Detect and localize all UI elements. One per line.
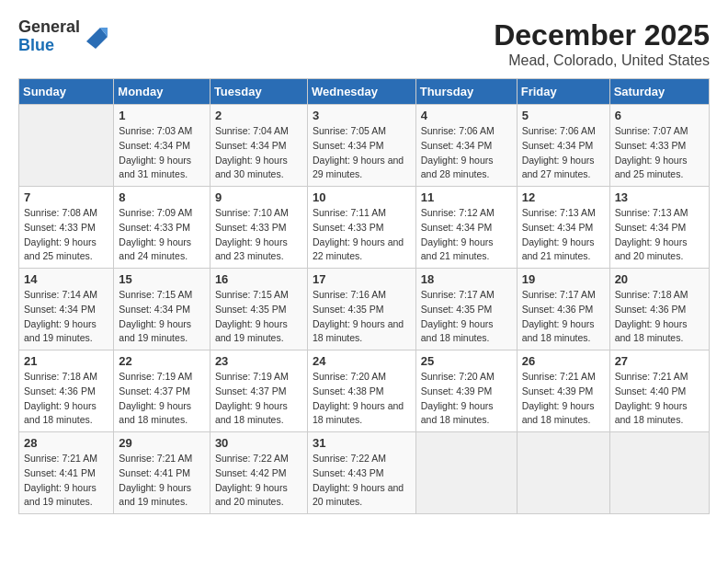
daylight-text: Daylight: 9 hours and 27 minutes.	[522, 155, 595, 180]
page-header: General Blue December 2025 Mead, Colorad…	[18, 18, 710, 69]
sunset-text: Sunset: 4:40 PM	[615, 385, 687, 396]
sunrise-text: Sunrise: 7:21 AM	[522, 371, 596, 382]
daylight-text: Daylight: 9 hours and 29 minutes.	[313, 155, 404, 180]
day-number: 20	[615, 272, 704, 286]
calendar-day-cell: 15 Sunrise: 7:15 AM Sunset: 4:34 PM Dayl…	[114, 269, 210, 350]
day-info: Sunrise: 7:12 AM Sunset: 4:34 PM Dayligh…	[421, 206, 512, 264]
day-number: 25	[421, 354, 512, 368]
day-number: 21	[24, 354, 108, 368]
daylight-text: Daylight: 9 hours and 21 minutes.	[421, 236, 494, 262]
sunrise-text: Sunrise: 7:18 AM	[615, 289, 688, 300]
day-info: Sunrise: 7:04 AM Sunset: 4:34 PM Dayligh…	[215, 124, 302, 182]
daylight-text: Daylight: 9 hours and 19 minutes.	[215, 318, 288, 344]
daylight-text: Daylight: 9 hours and 18 minutes.	[215, 400, 288, 426]
calendar-day-cell: 6 Sunrise: 7:07 AM Sunset: 4:33 PM Dayli…	[609, 105, 709, 187]
calendar-day-cell: 4 Sunrise: 7:06 AM Sunset: 4:34 PM Dayli…	[415, 105, 517, 187]
daylight-text: Daylight: 9 hours and 31 minutes.	[119, 155, 191, 180]
sunrise-text: Sunrise: 7:14 AM	[24, 289, 97, 300]
day-info: Sunrise: 7:16 AM Sunset: 4:35 PM Dayligh…	[313, 288, 411, 346]
calendar-day-cell: 10 Sunrise: 7:11 AM Sunset: 4:33 PM Dayl…	[307, 187, 415, 269]
day-number: 13	[615, 190, 704, 204]
calendar-title: December 2025	[494, 18, 710, 52]
day-info: Sunrise: 7:13 AM Sunset: 4:34 PM Dayligh…	[615, 206, 704, 264]
calendar-day-cell: 3 Sunrise: 7:05 AM Sunset: 4:34 PM Dayli…	[307, 105, 415, 187]
sunset-text: Sunset: 4:39 PM	[522, 385, 594, 396]
day-number: 16	[215, 272, 302, 286]
sunrise-text: Sunrise: 7:03 AM	[119, 125, 192, 136]
calendar-day-cell: 13 Sunrise: 7:13 AM Sunset: 4:34 PM Dayl…	[609, 187, 709, 269]
sunrise-text: Sunrise: 7:18 AM	[24, 371, 97, 382]
calendar-day-cell: 24 Sunrise: 7:20 AM Sunset: 4:38 PM Dayl…	[307, 350, 415, 432]
calendar-day-cell: 12 Sunrise: 7:13 AM Sunset: 4:34 PM Dayl…	[517, 187, 609, 269]
daylight-text: Daylight: 9 hours and 18 minutes.	[522, 400, 595, 426]
sunrise-text: Sunrise: 7:10 AM	[215, 207, 289, 218]
calendar-week-row: 21 Sunrise: 7:18 AM Sunset: 4:36 PM Dayl…	[19, 350, 710, 432]
daylight-text: Daylight: 9 hours and 18 minutes.	[313, 318, 404, 344]
calendar-day-cell: 30 Sunrise: 7:22 AM Sunset: 4:42 PM Dayl…	[210, 432, 307, 514]
sunrise-text: Sunrise: 7:04 AM	[215, 125, 289, 136]
header-day: Wednesday	[307, 79, 415, 105]
day-info: Sunrise: 7:20 AM Sunset: 4:38 PM Dayligh…	[313, 370, 411, 428]
day-number: 10	[313, 190, 411, 204]
daylight-text: Daylight: 9 hours and 20 minutes.	[313, 482, 404, 508]
sunset-text: Sunset: 4:34 PM	[421, 222, 493, 233]
daylight-text: Daylight: 9 hours and 24 minutes.	[119, 236, 191, 262]
header-day: Friday	[517, 79, 609, 105]
sunrise-text: Sunrise: 7:16 AM	[313, 289, 386, 300]
daylight-text: Daylight: 9 hours and 18 minutes.	[421, 318, 494, 344]
day-info: Sunrise: 7:14 AM Sunset: 4:34 PM Dayligh…	[24, 288, 108, 346]
daylight-text: Daylight: 9 hours and 18 minutes.	[522, 318, 595, 344]
daylight-text: Daylight: 9 hours and 18 minutes.	[421, 400, 494, 426]
sunrise-text: Sunrise: 7:19 AM	[215, 371, 289, 382]
calendar-week-row: 1 Sunrise: 7:03 AM Sunset: 4:34 PM Dayli…	[19, 105, 710, 187]
calendar-day-cell	[19, 105, 114, 187]
sunrise-text: Sunrise: 7:13 AM	[615, 207, 688, 218]
sunset-text: Sunset: 4:34 PM	[615, 222, 687, 233]
day-number: 5	[522, 109, 605, 122]
sunset-text: Sunset: 4:34 PM	[215, 140, 287, 151]
sunset-text: Sunset: 4:33 PM	[615, 140, 687, 151]
day-number: 7	[24, 190, 108, 204]
day-info: Sunrise: 7:07 AM Sunset: 4:33 PM Dayligh…	[615, 124, 704, 182]
day-info: Sunrise: 7:18 AM Sunset: 4:36 PM Dayligh…	[615, 288, 704, 346]
sunset-text: Sunset: 4:36 PM	[24, 385, 96, 396]
sunrise-text: Sunrise: 7:17 AM	[522, 289, 596, 300]
day-number: 17	[313, 272, 411, 286]
day-info: Sunrise: 7:17 AM Sunset: 4:36 PM Dayligh…	[522, 288, 605, 346]
calendar-day-cell: 18 Sunrise: 7:17 AM Sunset: 4:35 PM Dayl…	[415, 269, 517, 350]
calendar-week-row: 7 Sunrise: 7:08 AM Sunset: 4:33 PM Dayli…	[19, 187, 710, 269]
calendar-week-row: 14 Sunrise: 7:14 AM Sunset: 4:34 PM Dayl…	[19, 269, 710, 350]
sunset-text: Sunset: 4:34 PM	[421, 140, 493, 151]
daylight-text: Daylight: 9 hours and 18 minutes.	[615, 400, 688, 426]
daylight-text: Daylight: 9 hours and 28 minutes.	[421, 155, 494, 180]
calendar-day-cell: 22 Sunrise: 7:19 AM Sunset: 4:37 PM Dayl…	[114, 350, 210, 432]
header-day: Sunday	[19, 79, 114, 105]
daylight-text: Daylight: 9 hours and 19 minutes.	[119, 318, 191, 344]
logo-general: General	[18, 18, 80, 37]
day-info: Sunrise: 7:21 AM Sunset: 4:39 PM Dayligh…	[522, 370, 605, 428]
logo-blue: Blue	[18, 37, 80, 55]
logo-text: General Blue	[18, 18, 80, 55]
day-info: Sunrise: 7:22 AM Sunset: 4:43 PM Dayligh…	[313, 452, 411, 510]
sunrise-text: Sunrise: 7:21 AM	[119, 453, 192, 464]
header-row: SundayMondayTuesdayWednesdayThursdayFrid…	[19, 79, 710, 105]
calendar-day-cell: 26 Sunrise: 7:21 AM Sunset: 4:39 PM Dayl…	[517, 350, 609, 432]
daylight-text: Daylight: 9 hours and 20 minutes.	[215, 482, 288, 508]
sunset-text: Sunset: 4:34 PM	[522, 140, 594, 151]
day-info: Sunrise: 7:15 AM Sunset: 4:34 PM Dayligh…	[119, 288, 205, 346]
day-number: 31	[313, 436, 411, 450]
sunset-text: Sunset: 4:36 PM	[522, 304, 594, 315]
daylight-text: Daylight: 9 hours and 23 minutes.	[215, 236, 288, 262]
header-day: Tuesday	[210, 79, 307, 105]
sunrise-text: Sunrise: 7:13 AM	[522, 207, 596, 218]
sunset-text: Sunset: 4:34 PM	[313, 140, 384, 151]
day-info: Sunrise: 7:15 AM Sunset: 4:35 PM Dayligh…	[215, 288, 302, 346]
logo-icon	[82, 23, 109, 51]
sunset-text: Sunset: 4:33 PM	[215, 222, 287, 233]
daylight-text: Daylight: 9 hours and 20 minutes.	[615, 236, 688, 262]
daylight-text: Daylight: 9 hours and 25 minutes.	[615, 155, 688, 180]
day-number: 28	[24, 436, 108, 450]
sunset-text: Sunset: 4:37 PM	[215, 385, 287, 396]
calendar-day-cell	[415, 432, 517, 514]
calendar-subtitle: Mead, Colorado, United States	[494, 52, 710, 69]
